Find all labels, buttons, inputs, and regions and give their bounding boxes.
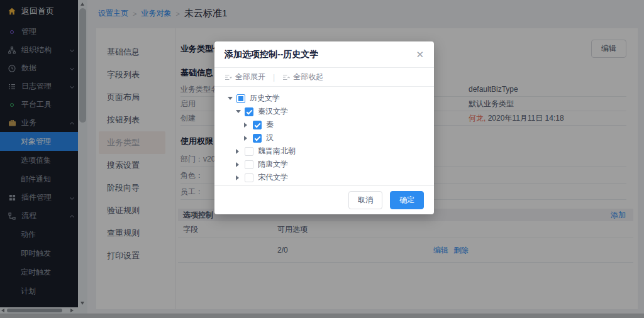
tree-expand-arrow-icon[interactable]	[236, 110, 241, 113]
tree-collapse-arrow-icon[interactable]	[236, 162, 241, 167]
expand-all-button[interactable]: 全部展开	[225, 72, 265, 82]
collapse-all-icon	[282, 74, 290, 81]
tree-node-weijin-nanbeichao[interactable]: 魏晋南北朝	[214, 145, 434, 158]
tree-collapse-arrow-icon[interactable]	[236, 149, 241, 154]
tree-node-history-literature[interactable]: 历史文学	[214, 92, 434, 105]
collapse-all-button[interactable]: 全部收起	[282, 72, 323, 82]
tree-expand-arrow-icon[interactable]	[228, 97, 233, 100]
tree-node-han[interactable]: 汉	[214, 131, 434, 145]
tree-node-label: 秦	[266, 119, 274, 130]
tree-node-qinhan-literature[interactable]: 秦汉文学	[214, 105, 434, 118]
dialog-title: 添加选项控制--历史文学	[225, 49, 318, 60]
expand-all-label: 全部展开	[235, 72, 265, 82]
tree-node-suitang-literature[interactable]: 隋唐文学	[214, 158, 434, 171]
checkbox-checked[interactable]	[245, 107, 253, 116]
collapse-all-label: 全部收起	[293, 72, 323, 82]
tree-node-label: 汉	[266, 133, 274, 143]
tree-collapse-arrow-icon[interactable]	[236, 175, 241, 180]
confirm-button[interactable]: 确定	[390, 191, 424, 209]
checkbox-indeterminate[interactable]	[236, 94, 245, 103]
toolbar-separator: |	[273, 73, 275, 82]
tree-collapse-arrow-icon[interactable]	[244, 123, 249, 128]
tree-node-label: 历史文学	[250, 93, 280, 104]
checkbox-checked[interactable]	[253, 121, 262, 129]
checkbox-unchecked[interactable]	[245, 147, 253, 156]
close-icon[interactable]: ✕	[416, 50, 424, 59]
tree-node-label: 秦汉文学	[258, 106, 288, 117]
checkbox-unchecked[interactable]	[245, 160, 253, 169]
tree-collapse-arrow-icon[interactable]	[244, 136, 249, 141]
tree-node-label: 隋唐文学	[258, 159, 288, 170]
checkbox-unchecked[interactable]	[245, 173, 253, 182]
tree-node-label: 宋代文学	[258, 172, 288, 183]
cancel-button[interactable]: 取消	[348, 191, 382, 209]
tree-node-songdai-literature[interactable]: 宋代文学	[214, 171, 434, 184]
add-option-control-dialog: 添加选项控制--历史文学 ✕ 全部展开 | 全部收起 历史文学 秦汉文学 秦	[214, 41, 434, 214]
expand-all-icon	[225, 74, 232, 81]
tree-node-label: 魏晋南北朝	[258, 146, 296, 156]
checkbox-checked[interactable]	[253, 134, 262, 143]
tree-node-qin[interactable]: 秦	[214, 118, 434, 131]
option-tree: 历史文学 秦汉文学 秦 汉 魏晋南北朝 隋唐文学	[214, 87, 434, 185]
